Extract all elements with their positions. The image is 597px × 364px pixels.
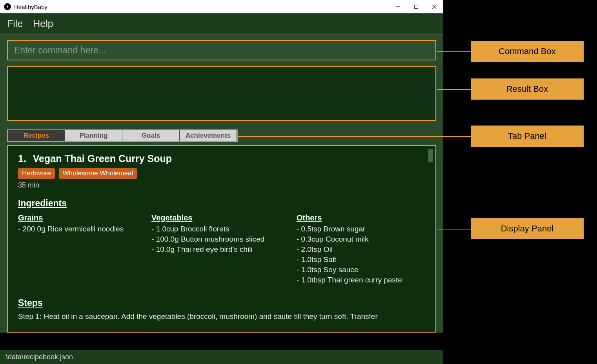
tag-herbivore: Herbivore <box>18 168 55 179</box>
list-item: - 1.0tsp Salt <box>297 255 425 264</box>
scrollbar-track[interactable] <box>428 149 433 329</box>
list-item: - 200.0g Rice vermicelli noodles <box>18 225 151 233</box>
command-placeholder: Enter command here... <box>14 45 106 56</box>
app-title: HealthyBaby <box>14 4 47 10</box>
command-input[interactable]: Enter command here... <box>7 40 436 60</box>
list-item: - 0.5tsp Brown sugar <box>297 225 425 233</box>
tags-row: Herbivore Wholesome Wholemeal <box>18 168 425 179</box>
others-column: Others - 0.5tsp Brown sugar - 0.3cup Coc… <box>297 213 425 286</box>
compass-icon <box>4 3 11 10</box>
steps-heading: Steps <box>18 298 425 308</box>
annotation-line <box>437 51 471 52</box>
maximize-button[interactable] <box>407 0 425 13</box>
tab-recipes[interactable]: Recipes <box>8 130 65 141</box>
tab-achievements[interactable]: Achievements <box>180 130 237 141</box>
recipe-index: 1. <box>18 153 26 164</box>
window-controls <box>389 0 443 13</box>
list-item: - 0.3cup Coconut milk <box>297 235 425 244</box>
list-item: - 10.0g Thai red eye bird's chili <box>151 245 297 254</box>
list-item: - 100.0g Button mushrooms sliced <box>151 235 297 244</box>
vegetables-heading: Vegetables <box>151 213 297 222</box>
tab-goals[interactable]: Goals <box>122 130 180 141</box>
minimize-button[interactable] <box>389 0 407 13</box>
tab-planning[interactable]: Planning <box>65 130 122 141</box>
annotation-result-box: Result Box <box>471 78 584 100</box>
list-item: - 1.0cup Broccoli florets <box>151 225 297 233</box>
others-heading: Others <box>297 213 425 222</box>
recipe-title: Vegan Thai Green Curry Soup <box>33 153 172 164</box>
status-path: .\data\recipebook.json <box>4 353 73 361</box>
annotation-line <box>437 229 471 229</box>
status-bar: .\data\recipebook.json <box>0 350 443 364</box>
annotation-display-panel: Display Panel <box>471 218 584 239</box>
grains-heading: Grains <box>18 213 151 222</box>
app-window: HealthyBaby File Help Enter command here… <box>0 0 443 333</box>
titlebar: HealthyBaby <box>0 0 443 13</box>
step-1-text: Step 1: Heat oil in a saucepan. Add the … <box>18 311 425 322</box>
annotation-command-box: Command Box <box>471 41 584 62</box>
svg-rect-2 <box>415 5 418 9</box>
recipe-time: 35 min <box>18 181 425 189</box>
scrollbar-thumb[interactable] <box>428 149 433 162</box>
annotation-line <box>238 136 471 137</box>
list-item: - 1.0tbsp Thai green curry paste <box>297 276 425 284</box>
menu-help[interactable]: Help <box>33 18 53 29</box>
tag-wholemeal: Wholesome Wholemeal <box>59 168 137 179</box>
vegetables-column: Vegetables - 1.0cup Broccoli florets - 1… <box>151 213 297 286</box>
content-area: Enter command here... Recipes Planning G… <box>0 35 443 333</box>
menubar: File Help <box>0 13 443 35</box>
grains-column: Grains - 200.0g Rice vermicelli noodles <box>18 213 151 286</box>
recipe-title-row: 1. Vegan Thai Green Curry Soup <box>18 153 425 164</box>
annotation-tab-panel: Tab Panel <box>471 126 584 147</box>
list-item: - 2.0tsp Oil <box>297 245 425 254</box>
display-panel: 1. Vegan Thai Green Curry Soup Herbivore… <box>7 145 436 333</box>
ingredients-heading: Ingredients <box>18 198 425 209</box>
result-box <box>7 66 436 121</box>
titlebar-left: HealthyBaby <box>0 3 47 10</box>
tab-panel: Recipes Planning Goals Achievements <box>7 129 238 142</box>
ingredients-columns: Grains - 200.0g Rice vermicelli noodles … <box>18 213 425 286</box>
close-button[interactable] <box>425 0 443 13</box>
menu-file[interactable]: File <box>7 18 23 29</box>
list-item: - 1.0tsp Soy sauce <box>297 266 425 274</box>
annotation-line <box>437 89 471 90</box>
